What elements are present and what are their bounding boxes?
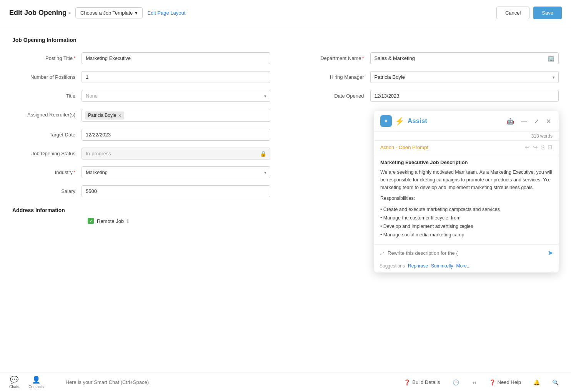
assist-suggestions: Suggestions Rephrase Summœlly More... [374,261,559,272]
chat-icon[interactable]: 🤖 [505,117,516,126]
industry-label: Industry* [12,166,82,175]
posting-title-row: Posting Title* [12,52,270,64]
sliders-icon[interactable]: ⇌ [380,249,385,257]
cancel-button[interactable]: Cancel [496,7,529,19]
remote-job-checkbox[interactable] [88,218,94,224]
salary-label: Salary [12,185,82,194]
target-date-input[interactable] [82,129,270,141]
num-positions-input[interactable] [82,71,270,83]
responsibility-item-2: Manage the customer lifecycle, from [380,214,553,222]
assist-text-input[interactable] [388,250,544,256]
suggestions-label: Suggestions [380,263,405,269]
salary-input[interactable] [82,185,270,197]
word-count: 313 words [374,132,559,141]
chats-nav[interactable]: 💬 Chats [9,375,19,389]
build-details-btn[interactable]: ❓ Build Details [401,378,443,387]
template-dropdown[interactable]: Choose a Job Template ▾ [75,7,143,18]
close-icon[interactable]: ✕ [544,117,553,126]
assist-logo-icon: ✦ [380,115,392,127]
section-title: Job Opening Information [12,37,559,43]
assist-input-row: ⇌ ➤ [374,244,559,261]
target-date-label: Target Date [12,129,82,138]
contacts-nav[interactable]: 👤 Contacts [28,375,43,389]
history-icon: ⏮ [471,379,477,385]
assist-responsibilities-heading: Responsibilities: [380,194,553,202]
assist-intro-paragraph: We are seeking a highly motivated Marr t… [380,168,553,191]
assist-title: Assist [408,117,427,125]
hiring-manager-select[interactable]: Patricia Boyle [370,71,559,83]
posting-title-input[interactable] [82,52,270,64]
building-icon: 🏢 [548,55,555,62]
top-header: Edit Job Opening - Choose a Job Template… [0,0,571,26]
dept-name-input[interactable] [370,52,559,64]
lock-icon: 🔒 [260,151,266,157]
assist-responsibilities-list: Create and execute marketing campœcts an… [380,205,553,239]
assist-header: ✦ ⚡ Assist 🤖 — ⤢ ✕ [374,111,559,132]
assist-content: Marketing Executive Job Description We a… [374,154,559,244]
dept-name-label: Department Name* [301,52,370,61]
recruiter-tag-remove[interactable]: × [118,113,121,118]
recruiter-tag-label: Patricia Boyle [88,113,116,118]
clock-btn[interactable]: 🕐 [449,378,462,387]
num-positions-row: Number of Positions [12,71,270,83]
bottom-right: ❓ Build Details 🕐 ⏮ ❓ Need Help 🔔 🔍 [401,378,562,387]
recruiter-row: Assigned Recruiter(s) Patricia Boyle × [12,109,270,122]
job-status-input [82,148,270,159]
date-opened-input[interactable] [370,90,559,102]
help-icon: ❓ [489,379,496,385]
job-status-label: Job Opening Status [12,148,82,156]
hiring-manager-row: Hiring Manager Patricia Boyle ▾ [301,71,559,83]
copy-icon[interactable]: ⎘ [541,144,544,151]
history-btn[interactable]: ⏮ [468,378,480,387]
chats-label: Chats [9,385,19,389]
responsibility-item-3: Develop and implement advertising œgies [380,222,553,231]
expand-icon[interactable]: ⤢ [533,117,541,126]
suggest-summully[interactable]: Summœlly [431,263,453,269]
suggest-more[interactable]: More... [456,263,470,269]
send-icon[interactable]: ➤ [548,249,553,257]
redo-icon[interactable]: ↪ [533,144,538,151]
target-date-row: Target Date [12,129,270,141]
main-content: Job Opening Information Posting Title* N… [0,26,571,372]
assist-wave-icon: ⚡ [395,116,405,126]
form-left-column: Posting Title* Number of Positions Title… [12,52,270,204]
assist-content-title: Marketing Executive Job Description [380,159,553,165]
insert-icon[interactable]: ⊡ [548,144,553,151]
undo-icon[interactable]: ↩ [525,144,530,151]
bell-icon: 🔔 [533,379,540,385]
industry-select[interactable]: Marketing [82,166,270,178]
title-select[interactable]: None [82,90,270,102]
title-row: Title None ▾ [12,90,270,102]
info-icon[interactable]: ℹ [127,218,129,224]
hiring-manager-select-wrapper: Patricia Boyle ▾ [370,71,559,83]
chevron-down-icon: ▾ [135,10,138,16]
notifications-btn[interactable]: 🔔 [530,378,543,387]
recruiter-tag: Patricia Boyle × [85,111,124,120]
need-help-btn[interactable]: ❓ Need Help [486,378,524,387]
build-details-label: Build Details [412,379,440,385]
smart-chat-input[interactable] [61,377,184,388]
title-select-wrapper: None ▾ [82,90,270,102]
assist-action-icons: ↩ ↪ ⎘ ⊡ [525,144,553,151]
date-opened-label: Date Opened [301,90,370,99]
job-status-row: Job Opening Status 🔒 [12,148,270,159]
save-button[interactable]: Save [533,7,562,19]
remote-job-label: Remote Job [97,218,124,224]
date-opened-row: Date Opened [301,90,559,102]
contacts-label: Contacts [28,385,43,389]
responsibility-item-4: Manage social media marketing camp [380,231,553,239]
bottom-left: 💬 Chats 👤 Contacts [9,375,191,389]
industry-select-wrapper: Marketing ▾ [82,166,270,178]
assist-title-group: ✦ ⚡ Assist [380,115,427,127]
assist-action-label: Action - Open Prompt [380,145,428,150]
search-btn[interactable]: 🔍 [549,378,562,387]
hiring-manager-label: Hiring Manager [301,71,370,80]
help-circle-icon: ❓ [404,379,410,385]
responsibility-item-1: Create and execute marketing campœcts an… [380,205,553,214]
edit-layout-link[interactable]: Edit Page Layout [147,10,185,16]
posting-title-label: Posting Title* [12,52,82,61]
suggest-rephrase[interactable]: Rephrase [408,263,428,269]
recruiter-tag-input[interactable]: Patricia Boyle × [82,109,270,122]
minimize-icon[interactable]: — [519,117,529,125]
need-help-label: Need Help [498,379,521,385]
